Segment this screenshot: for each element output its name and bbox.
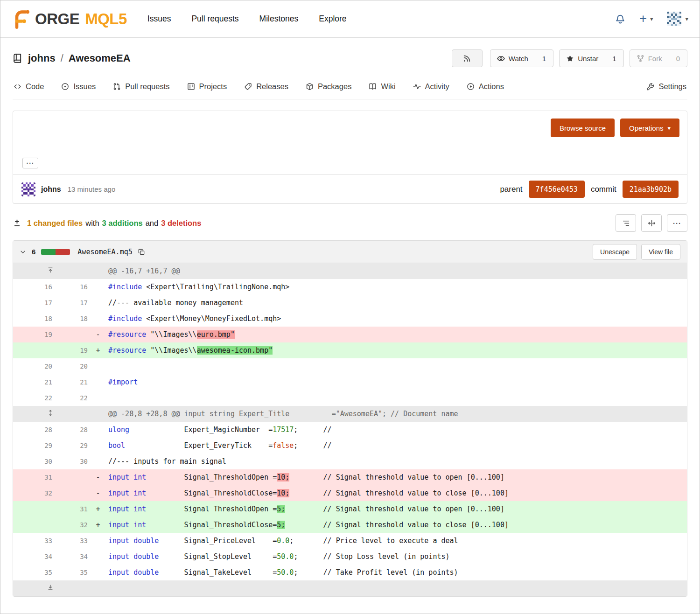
- expand-hunk-button[interactable]: [13, 580, 88, 596]
- tab-code[interactable]: Code: [14, 82, 44, 91]
- commit-hash-button[interactable]: 21aa3b902b: [623, 181, 679, 198]
- old-line-number[interactable]: 30: [13, 454, 52, 469]
- list-tree-icon: [622, 219, 630, 227]
- code-segment: #resource: [108, 330, 146, 339]
- tab-issues[interactable]: Issues: [61, 82, 96, 91]
- copy-file-name-icon[interactable]: [138, 249, 145, 255]
- star-count[interactable]: 1: [605, 50, 623, 67]
- file-tree-toggle-button[interactable]: [616, 214, 636, 232]
- diff-row: 2121#import: [13, 374, 687, 390]
- unescape-button[interactable]: Unescape: [593, 244, 637, 260]
- new-line-number[interactable]: 33: [52, 533, 88, 549]
- new-line-number[interactable]: 35: [52, 565, 88, 580]
- new-line-number[interactable]: 19: [52, 342, 88, 358]
- old-line-number[interactable]: 17: [13, 295, 52, 311]
- new-line-number[interactable]: 31: [52, 501, 88, 517]
- new-line-number[interactable]: 32: [52, 517, 88, 533]
- tab-pull-requests[interactable]: Pull requests: [113, 82, 169, 91]
- split-view-button[interactable]: [641, 214, 662, 232]
- parent-hash-button[interactable]: 7f456e0453: [529, 181, 585, 198]
- watch-count[interactable]: 1: [535, 50, 553, 67]
- tab-releases[interactable]: Releases: [244, 82, 288, 91]
- view-file-button[interactable]: View file: [641, 244, 680, 260]
- repo-owner-link[interactable]: johns: [28, 52, 56, 64]
- user-menu-button[interactable]: ▾: [667, 12, 688, 26]
- new-line-number[interactable]: 18: [52, 311, 88, 327]
- new-line-number[interactable]: 17: [52, 295, 88, 311]
- file-header-buttons: Unescape View file: [593, 244, 680, 260]
- plus-icon: +: [639, 13, 647, 25]
- watch-button[interactable]: Watch: [490, 50, 535, 67]
- old-line-number[interactable]: 18: [13, 311, 52, 327]
- diff-options-button[interactable]: ···: [667, 214, 687, 232]
- tab-wiki[interactable]: Wiki: [369, 82, 395, 91]
- old-line-number[interactable]: 35: [13, 565, 52, 580]
- nav-item-pull-requests[interactable]: Pull requests: [191, 14, 238, 24]
- fork-count[interactable]: 0: [669, 50, 687, 67]
- new-line-number[interactable]: [52, 485, 88, 501]
- old-line-number[interactable]: [13, 517, 52, 533]
- diff-row: 1818#include <Expert\Money\MoneyFixedLot…: [13, 311, 687, 327]
- old-line-number[interactable]: 20: [13, 358, 52, 374]
- code-segment: //--- inputs for main signal: [108, 457, 226, 466]
- old-line-number[interactable]: 29: [13, 438, 52, 454]
- new-line-number[interactable]: 21: [52, 374, 88, 390]
- tab-packages[interactable]: Packages: [306, 82, 351, 91]
- code-segment: Expert_MagicNumber =: [129, 426, 273, 434]
- old-line-number[interactable]: 22: [13, 390, 52, 406]
- caret-down-icon: ▾: [650, 16, 653, 22]
- author-avatar[interactable]: [21, 182, 35, 196]
- expand-commit-message-button[interactable]: ···: [22, 158, 38, 168]
- nav-item-issues[interactable]: Issues: [147, 14, 171, 24]
- commit-author-link[interactable]: johns: [41, 185, 61, 194]
- expand-down-icon: [47, 584, 54, 591]
- tab-projects[interactable]: Projects: [187, 82, 227, 91]
- new-line-number[interactable]: 34: [52, 549, 88, 565]
- old-line-number[interactable]: 28: [13, 422, 52, 438]
- commit-meta-row: johns 13 minutes ago parent 7f456e0453 c…: [13, 174, 687, 203]
- tab-activity[interactable]: Activity: [413, 82, 449, 91]
- old-line-number[interactable]: 16: [13, 279, 52, 295]
- main-content: Browse source Operations ▾ ···: [0, 99, 700, 608]
- notifications-bell-icon[interactable]: [615, 14, 625, 24]
- old-line-number[interactable]: 32: [13, 485, 52, 501]
- rss-button[interactable]: [452, 49, 483, 67]
- nav-item-explore[interactable]: Explore: [319, 14, 346, 24]
- browse-source-button[interactable]: Browse source: [551, 119, 615, 137]
- new-line-number[interactable]: 22: [52, 390, 88, 406]
- old-line-number[interactable]: 33: [13, 533, 52, 549]
- new-line-number[interactable]: 16: [52, 279, 88, 295]
- logo-text-orange: MQL5: [85, 10, 127, 28]
- old-line-number[interactable]: [13, 501, 52, 517]
- old-line-number[interactable]: 31: [13, 469, 52, 485]
- nav-item-milestones[interactable]: Milestones: [259, 14, 299, 24]
- operations-button[interactable]: Operations ▾: [620, 119, 679, 137]
- new-line-number[interactable]: 28: [52, 422, 88, 438]
- create-new-button[interactable]: + ▾: [639, 13, 653, 25]
- code-line: [108, 358, 687, 374]
- forge-mql5-logo[interactable]: ORGE MQL5: [12, 9, 127, 29]
- old-line-number[interactable]: 21: [13, 374, 52, 390]
- new-line-number[interactable]: [52, 469, 88, 485]
- fork-button[interactable]: Fork: [630, 50, 669, 67]
- code-segment: 0.0: [277, 537, 289, 545]
- new-line-number[interactable]: 29: [52, 438, 88, 454]
- tab-actions[interactable]: Actions: [467, 82, 504, 91]
- repo-action-buttons: Watch 1 Unstar 1 Fork 0: [452, 49, 687, 67]
- old-line-number[interactable]: [13, 342, 52, 358]
- tab-label: Packages: [318, 82, 351, 91]
- tab-settings[interactable]: Settings: [646, 82, 686, 91]
- diff-row: 19+#resource "\\Images\\awesomea-icon.bm…: [13, 342, 687, 358]
- sign-cell: [88, 565, 108, 580]
- repo-name-link[interactable]: AwesomeEA: [69, 52, 131, 64]
- new-line-number[interactable]: 20: [52, 358, 88, 374]
- expand-hunk-button[interactable]: [13, 263, 88, 279]
- sign-cell: -: [88, 485, 108, 501]
- old-line-number[interactable]: 34: [13, 549, 52, 565]
- expand-hunk-button[interactable]: [13, 406, 88, 422]
- new-line-number[interactable]: [52, 327, 88, 342]
- old-line-number[interactable]: 19: [13, 327, 52, 342]
- unstar-button[interactable]: Unstar: [560, 50, 605, 67]
- collapse-file-chevron-icon[interactable]: [20, 249, 26, 255]
- new-line-number[interactable]: 30: [52, 454, 88, 469]
